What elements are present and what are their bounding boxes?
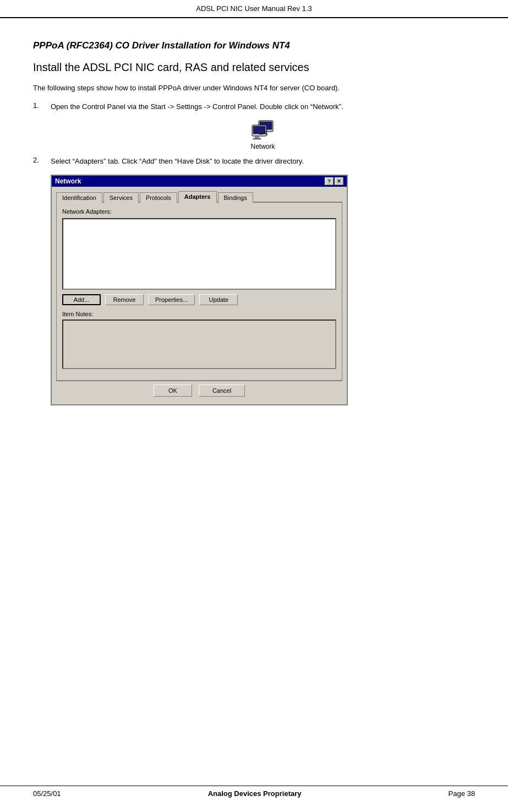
header-title: ADSL PCI NIC User Manual Rev 1.3 bbox=[196, 4, 312, 13]
titlebar-left: Network bbox=[55, 177, 81, 185]
tab-adapters[interactable]: Adapters bbox=[178, 191, 217, 203]
dialog-titlebar: Network ? ✕ bbox=[52, 176, 347, 187]
step-1: 1. Open the Control Panel via the Start … bbox=[33, 101, 475, 112]
svg-rect-7 bbox=[253, 138, 261, 139]
step-2-num: 2. bbox=[33, 156, 51, 164]
properties-button[interactable]: Properties... bbox=[148, 294, 195, 305]
dialog-title: Network bbox=[55, 177, 81, 185]
tab-identification[interactable]: Identification bbox=[56, 192, 102, 203]
svg-rect-5 bbox=[253, 126, 265, 134]
panel-label: Network Adapters: bbox=[62, 208, 336, 215]
network-icon-area: Network bbox=[51, 120, 475, 150]
cancel-button[interactable]: Cancel bbox=[199, 385, 245, 397]
tab-bindings[interactable]: Bindings bbox=[218, 192, 253, 203]
help-button[interactable]: ? bbox=[325, 177, 334, 185]
body-text: The following steps show how to install … bbox=[33, 83, 475, 94]
section-heading: Install the ADSL PCI NIC card, RAS and r… bbox=[33, 61, 475, 74]
ok-button[interactable]: OK bbox=[154, 385, 192, 397]
main-content: PPPoA (RFC2364) CO Driver Installation f… bbox=[0, 18, 508, 457]
page-header: ADSL PCI NIC User Manual Rev 1.3 bbox=[0, 0, 508, 18]
page-footer: 05/25/01 Analog Devices Proprietary Page… bbox=[0, 786, 508, 801]
item-notes-label: Item Notes: bbox=[62, 311, 336, 317]
main-title: PPPoA (RFC2364) CO Driver Installation f… bbox=[33, 40, 475, 51]
network-adapters-list[interactable] bbox=[62, 218, 336, 290]
network-icon-label: Network bbox=[250, 143, 275, 150]
tab-services[interactable]: Services bbox=[103, 192, 139, 203]
tab-panel-adapters: Network Adapters: Add... Remove Properti… bbox=[56, 203, 342, 381]
dialog-body: Identification Services Protocols Adapte… bbox=[52, 187, 347, 404]
network-dialog: Network ? ✕ Identification Services Prot… bbox=[51, 175, 348, 405]
add-button[interactable]: Add... bbox=[62, 294, 101, 305]
tab-protocols[interactable]: Protocols bbox=[140, 192, 177, 203]
dialog-wrapper: Network ? ✕ Identification Services Prot… bbox=[51, 175, 475, 405]
footer-left: 05/25/01 bbox=[33, 789, 61, 798]
footer-center: Analog Devices Proprietary bbox=[208, 789, 302, 798]
update-button[interactable]: Update bbox=[199, 294, 238, 305]
step-2-text: Select “Adapters” tab. Click “Add” then … bbox=[51, 156, 475, 167]
step-1-text: Open the Control Panel via the Start -> … bbox=[51, 101, 475, 112]
tabs-row: Identification Services Protocols Adapte… bbox=[56, 190, 342, 203]
network-icon bbox=[250, 120, 276, 143]
close-button[interactable]: ✕ bbox=[335, 177, 343, 185]
titlebar-right: ? ✕ bbox=[325, 177, 343, 185]
svg-rect-6 bbox=[255, 136, 259, 138]
remove-button[interactable]: Remove bbox=[105, 294, 144, 305]
step-1-num: 1. bbox=[33, 101, 51, 110]
dialog-footer: OK Cancel bbox=[56, 381, 342, 399]
item-notes-box bbox=[62, 320, 336, 369]
button-row: Add... Remove Properties... Update bbox=[62, 294, 336, 305]
step-2: 2. Select “Adapters” tab. Click “Add” th… bbox=[33, 156, 475, 167]
footer-right: Page 38 bbox=[449, 789, 475, 798]
